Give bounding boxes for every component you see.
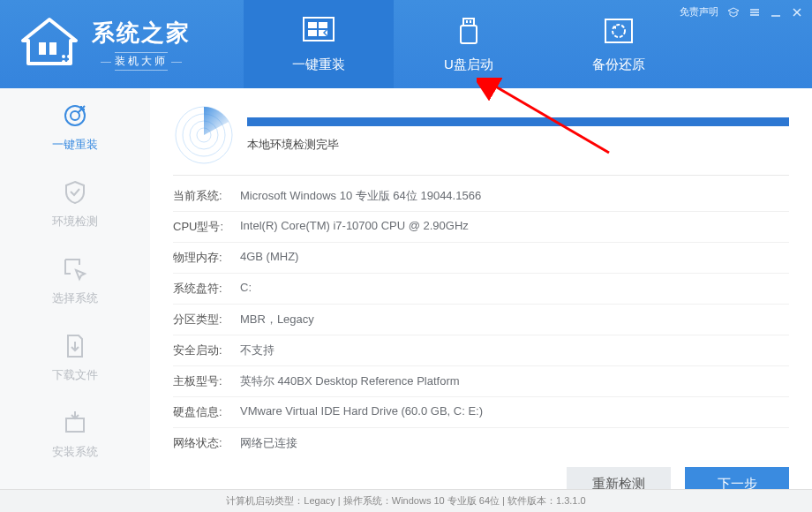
info-row-secure-boot: 安全启动:不支持 [173,335,789,366]
target-icon [62,102,88,132]
app-subtitle: 装机大师 [115,52,168,71]
info-row-partition: 分区类型:MBR，Legacy [173,305,789,335]
info-value: 4GB (MHZ) [240,250,298,266]
info-row-drive-letter: 系统盘符:C: [173,274,789,305]
info-value: Intel(R) Core(TM) i7-10700 CPU @ 2.90GHz [240,219,469,235]
info-row-mainboard: 主板型号:英特尔 440BX Desktop Reference Platfor… [173,366,789,397]
svg-point-4 [62,60,65,64]
divider [173,175,789,176]
sidebar-item-select-os[interactable]: 选择系统 [0,251,150,312]
sidebar-item-label: 下载文件 [52,367,98,383]
top-tabs: 一键重装 U盘启动 备份还原 [244,0,694,88]
content: 本地环境检测完毕 当前系统:Microsoft Windows 10 专业版 6… [150,88,812,489]
shield-check-icon [62,179,88,208]
minimize-icon[interactable] [770,6,782,19]
backup-restore-icon [601,15,636,49]
house-logo-icon [18,16,81,72]
tab-label: U盘启动 [444,56,493,73]
logo-block: 系统之家 装机大师 [0,16,208,72]
title-controls: 免责声明 [680,5,803,19]
scan-row: 本地环境检测完毕 [173,104,789,166]
tab-one-click-reinstall[interactable]: 一键重装 [244,0,394,88]
info-value: 不支持 [240,343,274,358]
svg-rect-19 [66,418,84,432]
info-rows: 当前系统:Microsoft Windows 10 专业版 64位 19044.… [173,181,789,458]
svg-rect-8 [319,22,327,28]
status-bar-text: 计算机启动类型：Legacy | 操作系统：Windows 10 专业版 64位… [226,494,585,508]
header: 系统之家 装机大师 一键重装 U盘启动 备份还原 [0,0,812,88]
svg-rect-9 [308,30,317,36]
svg-rect-13 [470,20,471,23]
svg-rect-12 [466,20,468,23]
sidebar-item-label: 选择系统 [52,290,98,306]
info-label: 硬盘信息: [173,404,240,420]
progress-bar [247,117,789,126]
svg-rect-1 [49,42,56,55]
scan-right: 本地环境检测完毕 [247,117,789,153]
info-value: MBR，Legacy [240,312,314,328]
windows-tile-icon [301,15,336,49]
info-row-disk: 硬盘信息:VMware Virtual IDE Hard Drive (60.0… [173,397,789,428]
info-value: C: [240,281,252,297]
sidebar-item-label: 一键重装 [52,137,98,153]
status-bar: 计算机启动类型：Legacy | 操作系统：Windows 10 专业版 64位… [0,489,812,512]
info-label: 当前系统: [173,188,240,204]
tab-usb-boot[interactable]: U盘启动 [394,0,544,88]
tab-backup-restore[interactable]: 备份还原 [544,0,694,88]
info-row-network: 网络状态:网络已连接 [173,428,789,458]
sidebar: 一键重装 环境检测 选择系统 下载文件 安装系统 [0,88,150,489]
info-value: 网络已连接 [240,435,297,451]
radar-icon [173,104,235,166]
recheck-button[interactable]: 重新检测 [567,467,671,489]
sidebar-item-env-check[interactable]: 环境检测 [0,174,150,235]
info-row-memory: 物理内存:4GB (MHZ) [173,243,789,274]
svg-point-2 [62,55,65,58]
scan-status: 本地环境检测完毕 [247,137,789,153]
tab-label: 备份还原 [592,56,645,73]
info-value: 英特尔 440BX Desktop Reference Platform [240,373,460,389]
sidebar-item-one-click[interactable]: 一键重装 [0,97,150,158]
app-window: 系统之家 装机大师 一键重装 U盘启动 备份还原 [0,0,812,512]
info-label: 分区类型: [173,312,240,328]
sidebar-item-label: 安装系统 [52,444,98,460]
info-label: 系统盘符: [173,281,240,297]
info-label: CPU型号: [173,219,240,235]
svg-rect-6 [304,18,334,41]
menu-icon[interactable] [748,6,761,19]
actions: 重新检测 下一步 [173,467,789,489]
logo-text: 系统之家 装机大师 [92,18,191,71]
install-box-icon [62,410,88,439]
svg-rect-0 [39,42,46,55]
info-row-cpu: CPU型号:Intel(R) Core(TM) i7-10700 CPU @ 2… [173,212,789,243]
download-file-icon [62,333,88,362]
tab-label: 一键重装 [292,56,345,73]
sidebar-item-download[interactable]: 下载文件 [0,328,150,388]
info-value: VMware Virtual IDE Hard Drive (60.0 GB, … [240,404,483,420]
info-label: 安全启动: [173,343,240,358]
info-label: 网络状态: [173,435,240,451]
info-label: 主板型号: [173,373,240,389]
app-title: 系统之家 [92,18,191,49]
svg-rect-7 [308,22,317,28]
graduation-cap-icon[interactable] [727,6,740,19]
info-row-os: 当前系统:Microsoft Windows 10 专业版 64位 19044.… [173,181,789,212]
sidebar-item-install[interactable]: 安装系统 [0,404,150,465]
select-box-icon [62,256,88,285]
svg-point-5 [67,60,71,64]
next-button[interactable]: 下一步 [685,467,789,489]
info-value: Microsoft Windows 10 专业版 64位 19044.1566 [240,188,481,204]
svg-rect-14 [461,26,477,43]
body: 一键重装 环境检测 选择系统 下载文件 安装系统 [0,88,812,489]
svg-point-3 [67,55,71,58]
info-label: 物理内存: [173,250,240,266]
disclaimer-link[interactable]: 免责声明 [680,5,718,19]
svg-rect-15 [605,19,632,42]
sidebar-item-label: 环境检测 [52,214,98,230]
svg-rect-11 [463,19,474,26]
usb-drive-icon [451,15,486,49]
close-icon[interactable] [791,6,803,19]
